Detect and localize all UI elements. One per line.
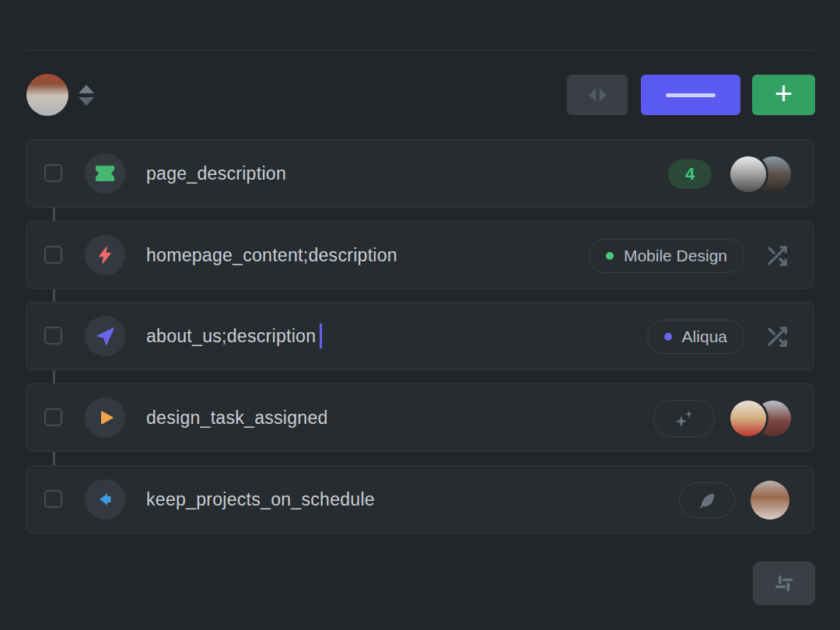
sort-up-icon — [79, 85, 94, 93]
bolt-icon — [85, 235, 125, 275]
current-user-avatar[interactable] — [26, 74, 68, 116]
checkbox[interactable] — [44, 164, 62, 182]
row-connector — [53, 452, 55, 465]
task-title: design_task_assigned — [146, 384, 328, 451]
tag-pill[interactable]: Aliqua — [647, 320, 744, 354]
text-cursor — [320, 324, 322, 348]
assignee-avatars[interactable] — [730, 156, 791, 193]
task-title: page_description — [146, 140, 286, 207]
navigation-icon — [85, 316, 125, 356]
settings-button[interactable] — [753, 562, 815, 605]
ticket-icon — [85, 153, 125, 194]
sparkles-pill[interactable] — [653, 400, 715, 437]
checkbox[interactable] — [44, 327, 62, 345]
task-row[interactable]: about_us;description Aliqua — [26, 302, 814, 370]
leaf-icon — [698, 491, 717, 510]
expand-right-icon — [600, 89, 607, 101]
sliders-icon — [772, 572, 796, 595]
row-connector — [53, 208, 55, 221]
task-row[interactable]: keep_projects_on_schedule — [26, 465, 814, 534]
expand-button[interactable] — [567, 75, 628, 115]
sparkles-icon — [674, 408, 695, 429]
shuffle-icon[interactable] — [765, 325, 789, 348]
row-connector — [53, 370, 55, 383]
speaker-icon — [85, 479, 125, 520]
leaf-pill[interactable] — [679, 482, 735, 518]
expand-left-icon — [589, 89, 596, 101]
task-title: keep_projects_on_schedule — [146, 466, 375, 533]
avatar — [730, 401, 766, 436]
assignee-avatar[interactable] — [751, 481, 789, 520]
task-title: homepage_content;description — [146, 222, 397, 289]
task-title-editing[interactable]: about_us;description — [146, 303, 322, 369]
task-row[interactable]: homepage_content;description Mobile Desi… — [26, 221, 814, 289]
sort-toggle[interactable] — [79, 85, 94, 106]
checkbox[interactable] — [44, 408, 62, 426]
header-divider — [26, 50, 814, 51]
tag-pill[interactable]: Mobile Design — [589, 239, 744, 273]
tag-dot — [606, 252, 614, 260]
avatar — [730, 156, 766, 192]
checkbox[interactable] — [44, 246, 62, 264]
tag-dot — [664, 333, 672, 341]
tag-label: Mobile Design — [624, 247, 727, 265]
tag-label: Aliqua — [682, 327, 727, 346]
task-title: about_us;description — [146, 326, 316, 347]
assignee-avatars[interactable] — [730, 400, 791, 437]
shuffle-icon[interactable] — [765, 244, 789, 268]
primary-action-button[interactable] — [641, 75, 740, 115]
row-connector — [53, 289, 55, 302]
count-badge[interactable]: 4 — [668, 159, 712, 189]
sort-down-icon — [79, 97, 94, 106]
play-icon — [85, 397, 125, 438]
task-row[interactable]: page_description 4 — [26, 139, 814, 208]
minimized-label-line — [666, 93, 716, 97]
add-button[interactable]: + — [752, 75, 815, 115]
checkbox[interactable] — [44, 490, 62, 508]
task-row[interactable]: design_task_assigned — [26, 383, 814, 452]
